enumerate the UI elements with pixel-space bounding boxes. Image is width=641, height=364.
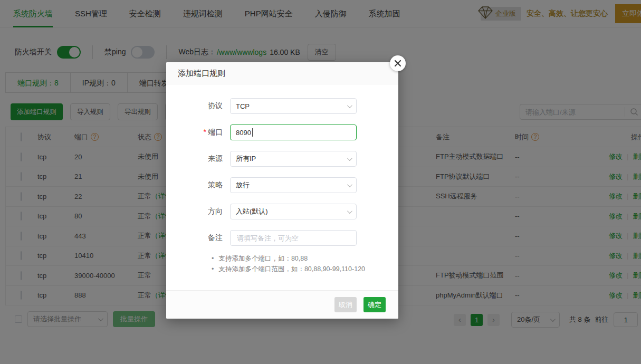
remark-field [230, 230, 357, 246]
modal-footer: 取消 确定 [166, 290, 398, 319]
port-hints: 支持添加多个端口，如：80,88 支持添加多个端口范围，如：80,88,90-9… [212, 253, 398, 274]
protocol-select[interactable]: TCP [230, 98, 357, 114]
modal-body: 协议 TCP *端口 8090 来源 所有IP 策略 放行 [166, 84, 398, 282]
direction-value: 入站(默认) [236, 207, 268, 216]
port-value: 8090 [236, 129, 251, 137]
remark-label: 备注 [166, 233, 230, 243]
direction-select[interactable]: 入站(默认) [230, 204, 357, 219]
remark-input[interactable] [236, 234, 351, 243]
close-icon [394, 60, 401, 67]
text-cursor [252, 128, 253, 137]
add-port-rule-modal: 添加端口规则 协议 TCP *端口 8090 来源 所有IP 策略 [166, 62, 398, 319]
cancel-button[interactable]: 取消 [334, 297, 357, 312]
strategy-label: 策略 [166, 180, 230, 190]
chevron-down-icon [347, 156, 352, 161]
protocol-label: 协议 [166, 101, 230, 111]
confirm-button[interactable]: 确定 [363, 297, 386, 312]
port-label: *端口 [166, 128, 230, 137]
protocol-value: TCP [236, 102, 250, 110]
source-value: 所有IP [236, 154, 256, 164]
source-label: 来源 [166, 154, 230, 164]
hint-multiple-ports: 支持添加多个端口，如：80,88 [212, 253, 398, 264]
required-asterisk: * [204, 128, 206, 136]
chevron-down-icon [347, 208, 352, 214]
modal-title: 添加端口规则 [166, 62, 398, 84]
source-select[interactable]: 所有IP [230, 151, 357, 167]
strategy-select[interactable]: 放行 [230, 177, 357, 193]
chevron-down-icon [347, 182, 352, 187]
direction-label: 方向 [166, 207, 230, 216]
port-input[interactable]: 8090 [230, 124, 357, 140]
hint-port-ranges: 支持添加多个端口范围，如：80,88,90-99,110-120 [212, 264, 398, 274]
strategy-value: 放行 [236, 180, 250, 190]
close-button[interactable] [390, 55, 406, 71]
chevron-down-icon [347, 103, 352, 108]
